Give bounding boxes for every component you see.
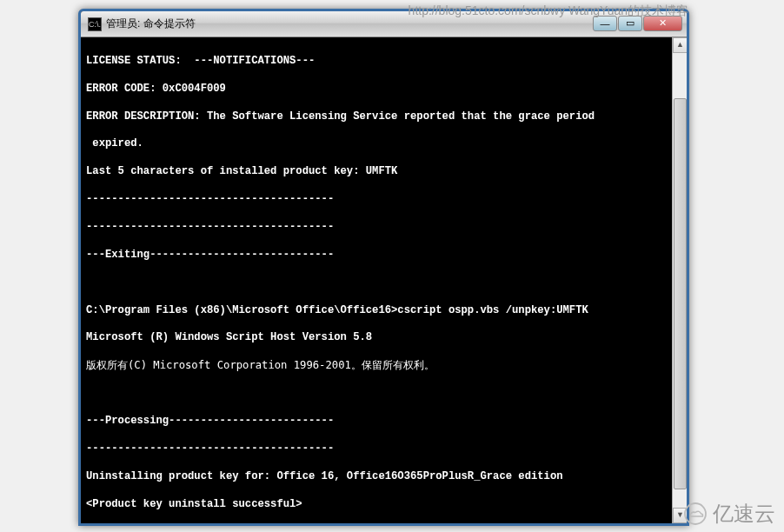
output-line: 版权所有(C) Microsoft Corporation 1996-2001。… (86, 359, 681, 373)
scroll-thumb[interactable] (674, 98, 687, 489)
output-line: C:\Program Files (x86)\Microsoft Office\… (86, 304, 681, 318)
watermark-url: http://blog.51cto.com/scnbwy WangYuan的技术… (409, 3, 688, 19)
separator-line: --------------------------------------- (86, 193, 681, 207)
output-line: ERROR DESCRIPTION: The Software Licensin… (86, 110, 681, 124)
cmd-icon: C:\. (88, 17, 102, 31)
scrollbar[interactable]: ▲ ▼ (672, 37, 688, 523)
output-line: LICENSE STATUS: ---NOTIFICATIONS--- (86, 55, 681, 69)
blank-line (86, 387, 681, 401)
output-line: ---Exiting----------------------------- (86, 249, 681, 263)
window-title: 管理员: 命令提示符 (106, 17, 196, 31)
output-line: Last 5 characters of installed product k… (86, 165, 681, 179)
blank-line (86, 276, 681, 290)
output-line: Uninstalling product key for: Office 16,… (86, 470, 681, 484)
output-line: expired. (86, 137, 681, 151)
separator-line: --------------------------------------- (86, 442, 681, 456)
output-line: <Product key uninstall successful> (86, 498, 681, 512)
output-line: ---Processing-------------------------- (86, 415, 681, 429)
output-line: Microsoft (R) Windows Script Host Versio… (86, 331, 681, 345)
output-line: ERROR CODE: 0xC004F009 (86, 83, 681, 96)
scroll-up-button[interactable]: ▲ (673, 37, 688, 53)
watermark-logo: 亿速云 (682, 500, 775, 528)
cmd-window: C:\. 管理员: 命令提示符 — ▭ ✕ ▲ ▼ LICENSE STATUS… (78, 9, 689, 526)
separator-line: --------------------------------------- (86, 221, 681, 235)
console-output[interactable]: LICENSE STATUS: ---NOTIFICATIONS--- ERRO… (84, 37, 683, 519)
